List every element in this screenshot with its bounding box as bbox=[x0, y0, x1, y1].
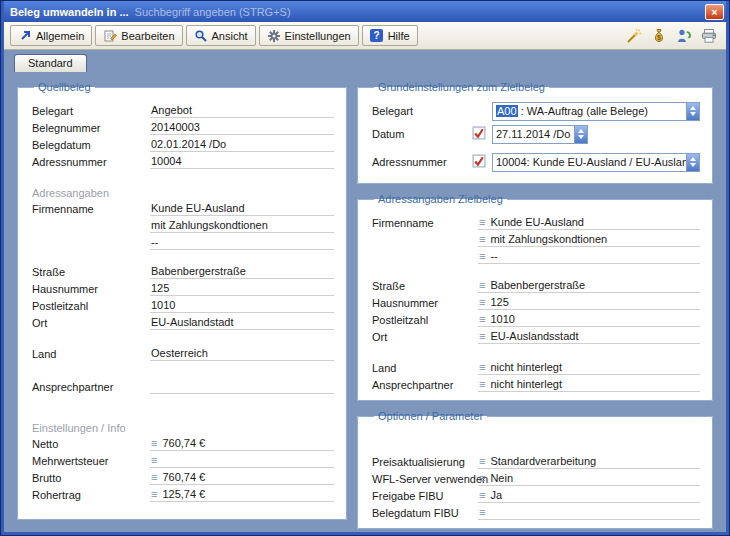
tab-standard[interactable]: Standard bbox=[14, 54, 87, 72]
equals-icon: ≡ bbox=[479, 217, 485, 228]
field-label: Hausnummer bbox=[372, 297, 478, 310]
field-value: ≡ mit Zahlungskondtionen bbox=[478, 233, 700, 247]
field-label: Adressnummer bbox=[32, 156, 150, 169]
field-text: 760,74 € bbox=[162, 437, 205, 449]
field-row-ziel-belegart: Belegart A00 : WA-Auftrag (alle Belege) bbox=[372, 101, 700, 121]
field-label: Belegnummer bbox=[32, 122, 150, 135]
field-row-ziel-adressnummer: Adressnummer 10004: Kunde EU-Ausland / E… bbox=[372, 152, 700, 172]
menu-label: Bearbeiten bbox=[121, 30, 174, 42]
field-value: ≡ nicht hinterlegt bbox=[478, 361, 700, 375]
menu-allgemein-button[interactable]: Allgemein bbox=[10, 25, 92, 46]
spinner-control[interactable] bbox=[574, 126, 587, 143]
menu-bearbeiten-button[interactable]: Bearbeiten bbox=[95, 25, 182, 46]
combobox-value: 27.11.2014 /Do bbox=[493, 128, 574, 140]
field-label: WFL-Server verwenden bbox=[372, 473, 478, 486]
field-text: Kunde EU-Ausland bbox=[490, 216, 584, 228]
group-grundeinstellungen: Grundeinstellungen zum Zielbeleg Belegar… bbox=[357, 81, 713, 184]
field-value: 125 bbox=[150, 282, 334, 296]
field-label bbox=[372, 246, 478, 247]
field-row-ziel-firmenname-2: ≡ mit Zahlungskondtionen bbox=[372, 230, 700, 247]
field-label: Postleitzahl bbox=[372, 314, 478, 327]
field-row-land: Land Oesterreich bbox=[32, 344, 334, 361]
right-column: Grundeinstellungen zum Zielbeleg Belegar… bbox=[357, 81, 713, 520]
field-row-postleitzahl: Postleitzahl 1010 bbox=[32, 296, 334, 313]
menu-hilfe-button[interactable]: ? Hilfe bbox=[362, 25, 418, 46]
field-row-adressnummer: Adressnummer 10004 bbox=[32, 152, 334, 169]
field-text: Nein bbox=[490, 472, 513, 484]
field-label: Hausnummer bbox=[32, 283, 150, 296]
field-value: Oesterreich bbox=[150, 347, 334, 361]
field-value: 20140003 bbox=[150, 121, 334, 135]
printer-icon[interactable] bbox=[698, 25, 720, 46]
field-label: Land bbox=[32, 348, 150, 361]
field-row-ziel-strasse: Straße ≡ Babenbergerstraße bbox=[372, 276, 700, 293]
magic-wand-icon[interactable] bbox=[623, 25, 645, 46]
titlebar: Beleg umwandeln in ... Suchbegriff angeb… bbox=[4, 1, 726, 22]
user-refresh-icon[interactable] bbox=[673, 25, 695, 46]
field-label: Ort bbox=[32, 317, 150, 330]
equals-icon: ≡ bbox=[479, 379, 485, 390]
datum-spinedit[interactable]: 27.11.2014 /Do bbox=[492, 125, 588, 144]
field-label bbox=[372, 263, 478, 264]
field-value: ≡ nicht hinterlegt bbox=[478, 378, 700, 392]
field-label bbox=[32, 232, 150, 233]
spin-down-icon bbox=[578, 135, 584, 139]
spin-up-icon bbox=[690, 157, 696, 161]
group-quellbeleg: Quellbeleg Belegart Angebot Belegnummer … bbox=[17, 81, 347, 520]
field-text: 125,74 € bbox=[162, 488, 205, 500]
field-row-mehrwertsteuer: Mehrwertsteuer ≡ bbox=[32, 451, 334, 468]
field-value: ≡ Ja bbox=[478, 489, 700, 503]
spinner-control[interactable] bbox=[686, 103, 699, 120]
arrow-up-right-icon bbox=[18, 29, 32, 43]
section-adressangaben: Adressangaben bbox=[32, 183, 334, 199]
spin-down-icon bbox=[690, 163, 696, 167]
group-title-quellbeleg: Quellbeleg bbox=[34, 81, 95, 93]
field-label: Netto bbox=[32, 438, 150, 451]
icon-slot bbox=[472, 154, 492, 170]
menu-label: Ansicht bbox=[212, 30, 248, 42]
check-icon[interactable] bbox=[472, 126, 486, 142]
field-text: Standardverarbeitung bbox=[490, 455, 596, 467]
field-value: ≡ Babenbergerstraße bbox=[478, 279, 700, 293]
spinner-control[interactable] bbox=[686, 154, 699, 171]
field-value: ≡ bbox=[478, 507, 700, 520]
money-bag-icon[interactable]: $ bbox=[648, 25, 670, 46]
menu-ansicht-button[interactable]: Ansicht bbox=[186, 25, 256, 46]
field-label: Freigabe FIBU bbox=[372, 490, 478, 503]
edit-pencil-icon bbox=[103, 29, 117, 43]
field-row-brutto: Brutto ≡ 760,74 € bbox=[32, 468, 334, 485]
field-value: Babenbergerstraße bbox=[150, 265, 334, 279]
check-icon[interactable] bbox=[472, 154, 486, 170]
field-value: ≡ 1010 bbox=[478, 313, 700, 327]
svg-text:$: $ bbox=[657, 33, 661, 41]
equals-icon: ≡ bbox=[151, 455, 157, 466]
field-row-preisaktualisierung: Preisaktualisierung ≡ Standardverarbeitu… bbox=[372, 452, 700, 469]
field-value: ≡ EU-Auslandsstadt bbox=[478, 330, 700, 344]
selected-text: A00 bbox=[496, 105, 518, 117]
menu-einstellungen-button[interactable]: Einstellungen bbox=[259, 25, 359, 46]
field-text: -- bbox=[490, 250, 497, 262]
field-value: ≡ 760,74 € bbox=[150, 437, 334, 451]
field-label: Belegdatum FIBU bbox=[372, 507, 478, 520]
belegart-combobox[interactable]: A00 : WA-Auftrag (alle Belege) bbox=[492, 102, 700, 121]
field-value: ≡ Nein bbox=[478, 472, 700, 486]
icon-slot bbox=[472, 126, 492, 142]
spin-up-icon bbox=[690, 106, 696, 110]
field-label: Preisaktualisierung bbox=[372, 456, 478, 469]
field-label bbox=[32, 249, 150, 250]
field-label: Ansprechpartner bbox=[372, 379, 478, 392]
field-row-ziel-postleitzahl: Postleitzahl ≡ 1010 bbox=[372, 310, 700, 327]
field-label: Belegart bbox=[372, 105, 472, 117]
field-text: nicht hinterlegt bbox=[490, 361, 562, 373]
field-value: ≡ -- bbox=[478, 250, 700, 264]
close-button[interactable]: × bbox=[705, 4, 724, 20]
field-label: Firmenname bbox=[32, 203, 150, 216]
spin-down-icon bbox=[690, 112, 696, 116]
spin-up-icon bbox=[578, 129, 584, 133]
adressnummer-combobox[interactable]: 10004: Kunde EU-Ausland / EU-Auslandssta… bbox=[492, 153, 700, 172]
field-label: Ansprechpartner bbox=[32, 381, 150, 394]
field-row-strasse: Straße Babenbergerstraße bbox=[32, 262, 334, 279]
field-value: Angebot bbox=[150, 104, 334, 118]
toolbar: Allgemein Bearbeiten Ansicht Einstellung… bbox=[4, 22, 726, 50]
field-label: Straße bbox=[32, 266, 150, 279]
